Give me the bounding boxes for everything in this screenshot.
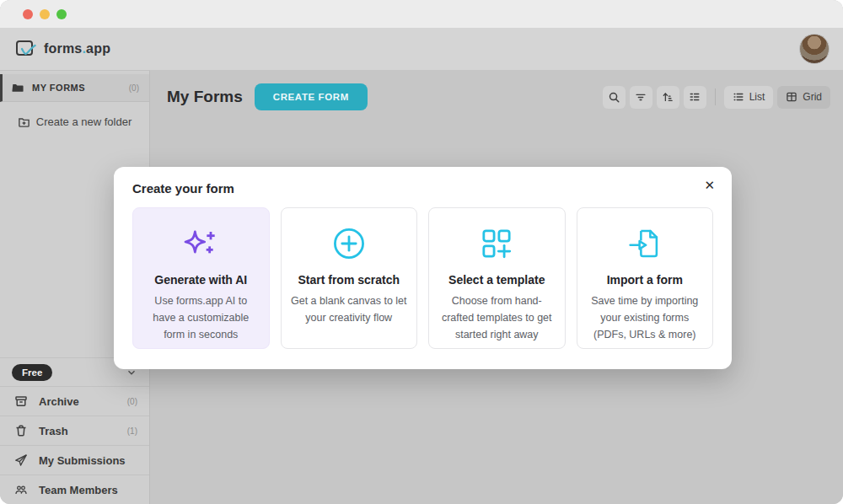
filter-icon (635, 91, 647, 103)
card-title: Generate with AI (142, 273, 260, 287)
app-window: forms.app MY FORMS (0) Create a new fold… (0, 0, 843, 504)
card-start-from-scratch[interactable]: Start from scratch Get a blank canvas to… (281, 207, 418, 349)
search-icon (608, 91, 620, 104)
modal-close-button[interactable]: ✕ (699, 174, 720, 196)
archive-icon (14, 394, 28, 408)
folder-icon (12, 82, 24, 94)
archive-count: (0) (127, 397, 137, 406)
sidebar-item-my-submissions[interactable]: My Submissions (0, 445, 149, 475)
modal-title: Create your form (132, 181, 713, 196)
zoom-window-button[interactable] (56, 9, 67, 19)
card-title: Select a template (438, 273, 556, 287)
logo-suffix: app (86, 41, 110, 56)
card-description: Get a blank canvas to let your creativit… (291, 292, 408, 326)
close-window-button[interactable] (23, 9, 33, 19)
import-file-icon (587, 222, 704, 265)
main-header: My Forms CREATE FORM (150, 70, 843, 110)
grid-icon (786, 91, 797, 103)
sidebar-item-my-forms[interactable]: MY FORMS (0) (0, 74, 149, 102)
trash-icon (14, 424, 28, 437)
sidebar-my-forms-label: MY FORMS (32, 83, 85, 93)
sort-button[interactable] (657, 86, 679, 109)
team-icon (14, 483, 28, 496)
forms-app-logo[interactable]: forms.app (15, 39, 110, 59)
list-view-label: List (749, 91, 765, 103)
card-import-a-form[interactable]: Import a form Save time by importing you… (577, 207, 714, 349)
card-select-a-template[interactable]: Select a template Choose from hand-craft… (428, 207, 566, 349)
minimize-window-button[interactable] (40, 9, 50, 19)
folder-plus-icon (18, 115, 30, 128)
list-icon (733, 91, 744, 103)
filter-button[interactable] (630, 86, 652, 109)
sidebar-trash-label: Trash (39, 425, 68, 437)
ai-sparkle-icon (142, 222, 260, 265)
grid-view-label: Grid (803, 91, 822, 103)
checklist-icon (689, 91, 701, 103)
card-description: Save time by importing your existing for… (587, 292, 704, 343)
plan-badge: Free (12, 364, 52, 381)
card-generate-with-ai[interactable]: Generate with AI Use forms.app AI to hav… (132, 207, 270, 349)
bulk-select-button[interactable] (684, 86, 706, 109)
sidebar-item-team-members[interactable]: Team Members (0, 475, 149, 504)
card-title: Import a form (587, 273, 704, 287)
sort-icon (662, 91, 674, 103)
create-new-folder-button[interactable]: Create a new folder (0, 115, 149, 128)
forms-app-logo-text: forms.app (44, 41, 110, 56)
search-button[interactable] (603, 86, 626, 109)
user-avatar[interactable] (799, 34, 830, 64)
create-options: Generate with AI Use forms.app AI to hav… (132, 207, 713, 349)
create-form-modal: Create your form ✕ Generate with AI Use … (114, 167, 732, 369)
create-form-button[interactable]: CREATE FORM (255, 83, 368, 110)
traffic-lights (23, 9, 67, 19)
forms-app-logo-icon (15, 39, 38, 59)
trash-count: (1) (127, 426, 137, 436)
toolbar: List Grid (603, 86, 830, 109)
sidebar-item-archive[interactable]: Archive (0) (0, 386, 149, 416)
sidebar-item-trash[interactable]: Trash (1) (0, 416, 149, 445)
card-title: Start from scratch (291, 273, 408, 287)
sidebar-archive-label: Archive (39, 395, 79, 408)
my-forms-count: (0) (129, 83, 139, 93)
list-view-button[interactable]: List (724, 86, 774, 109)
paper-plane-icon (14, 453, 28, 467)
create-new-folder-label: Create a new folder (36, 115, 132, 128)
logo-name: forms (44, 41, 82, 56)
toolbar-divider (715, 88, 716, 105)
sidebar-my-submissions-label: My Submissions (39, 454, 126, 467)
close-icon: ✕ (704, 178, 715, 192)
template-grid-icon (438, 222, 556, 265)
macos-titlebar (0, 0, 843, 28)
grid-view-button[interactable]: Grid (777, 86, 830, 109)
sidebar-bottom-group: Free Archive (0) (0, 357, 149, 504)
card-description: Use forms.app AI to have a customizable … (142, 292, 260, 343)
sidebar-team-members-label: Team Members (39, 484, 118, 496)
app-header: forms.app (0, 28, 843, 70)
page-title: My Forms (167, 88, 243, 106)
circle-plus-icon (291, 222, 408, 265)
card-description: Choose from hand-crafted templates to ge… (438, 292, 556, 343)
